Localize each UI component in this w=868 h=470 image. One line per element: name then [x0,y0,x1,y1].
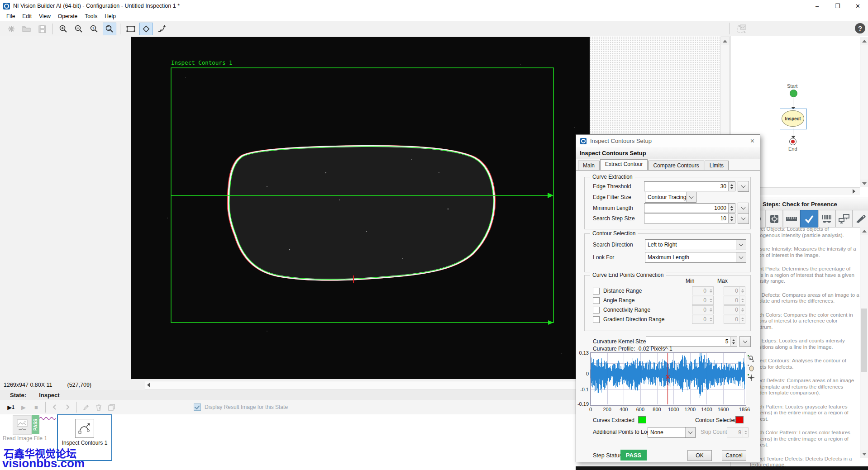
contour-selected-swatch[interactable] [735,416,744,423]
check-presence-icon[interactable] [800,210,818,228]
scroll-up-icon[interactable] [721,37,729,45]
compare-images-icon[interactable] [735,23,749,35]
communicate-icon[interactable] [835,210,853,228]
connectivity-range-checkbox[interactable] [593,307,600,313]
tab-extract-contour[interactable]: Extract Contour [600,159,648,170]
dropdown-button[interactable] [738,203,749,214]
target-icon[interactable] [766,210,783,228]
save-icon[interactable] [35,23,49,35]
dialog-title-bar[interactable]: Inspect Contours Setup × [576,135,760,147]
list-item[interactable]: Count Pixels: Determines the percentage … [750,266,859,285]
new-icon[interactable] [5,23,18,35]
steps-description-list[interactable]: Detect Objects: Locates objects of homog… [750,226,859,468]
minimum-length-field[interactable]: 1000 [644,203,749,214]
stop-button[interactable]: ■ [30,402,42,413]
scroll-down-icon[interactable] [860,180,868,187]
restore-button[interactable]: ❐ [827,0,848,12]
gradient-direction-checkbox[interactable] [593,316,600,323]
list-item[interactable]: Map Defects: Compares areas of an image … [750,292,859,304]
distance-max-field[interactable]: 0 [724,286,745,295]
chart-zoom-icon[interactable]: + [747,355,755,364]
next-step-icon[interactable] [62,402,73,413]
angle-max-field[interactable]: 0 [724,296,745,305]
image-display[interactable]: Inspect Contours 1 [131,37,590,379]
copy-step-icon[interactable] [105,402,117,413]
menu-tools[interactable]: Tools [81,12,101,20]
read-image-step[interactable]: PASS [13,415,39,434]
distance-min-field[interactable]: 0 [692,286,714,295]
cancel-button[interactable]: Cancel [722,450,746,461]
open-icon[interactable] [20,23,33,35]
spinner[interactable] [728,204,735,213]
menu-help[interactable]: Help [101,12,119,20]
edit-step-icon[interactable] [80,402,92,413]
start-node[interactable] [790,90,797,97]
angle-min-field[interactable]: 0 [692,296,714,305]
dropdown-button[interactable] [739,336,751,347]
diagram-vertical-scrollbar[interactable] [860,37,868,187]
delete-step-icon[interactable] [93,402,105,413]
chevron-down-icon[interactable] [685,427,695,437]
look-for-combo[interactable]: Maximum Length [645,252,746,263]
gradient-max-field[interactable]: 0 [724,315,745,324]
tab-limits[interactable]: Limits [705,161,729,170]
zoom-in-icon[interactable] [57,23,70,35]
list-item[interactable]: Match Colors: Compares the color content… [750,312,859,331]
dropdown-button[interactable] [738,213,749,224]
menu-edit[interactable]: Edit [19,12,35,20]
curves-extracted-swatch[interactable] [638,416,646,423]
chevron-down-icon[interactable] [736,240,746,250]
spinner[interactable] [730,337,737,346]
tab-main[interactable]: Main [578,161,600,170]
list-item[interactable]: Measure Intensity: Measures the intensit… [750,246,859,258]
tab-compare-contours[interactable]: Compare Contours [648,161,704,170]
list-item[interactable]: Match Color Pattern: Locates color featu… [750,430,859,448]
chart-cursor-icon[interactable] [747,374,755,383]
help-icon[interactable]: ? [855,23,865,33]
distance-range-checkbox[interactable] [593,288,600,294]
skip-count-field[interactable]: 9 [727,427,749,437]
menu-operate[interactable]: Operate [54,12,81,20]
connectivity-max-field[interactable]: 0 [724,305,745,314]
dropdown-button[interactable] [738,181,749,192]
zoom-1to1-icon[interactable]: 1 [87,23,101,35]
angle-range-checkbox[interactable] [593,297,600,304]
gradient-min-field[interactable]: 0 [692,315,714,324]
scroll-thumb[interactable] [861,309,867,372]
inspect-state-node[interactable]: Inspect [782,110,804,127]
list-item[interactable]: Find Edges: Locates and counts intensity… [750,338,859,350]
minimize-button[interactable]: – [807,0,827,12]
additional-points-combo[interactable]: None [648,427,696,438]
chart-pan-icon[interactable] [747,364,755,373]
spinner[interactable] [728,182,735,191]
run-button[interactable]: ▶ [18,402,29,413]
zoom-to-fit-icon[interactable] [103,23,116,35]
roi-rectangle-icon[interactable] [124,23,138,35]
dialog-close-icon[interactable]: × [750,137,754,145]
edge-filter-combo[interactable]: Contour Tracing [645,192,696,203]
connectivity-min-field[interactable]: 0 [692,305,714,314]
identify-parts-icon[interactable] [818,210,835,228]
list-item[interactable]: Inspect Contours: Analyses the contour o… [750,358,859,370]
chevron-down-icon[interactable] [736,252,746,262]
list-item[interactable]: Detect Objects: Locates objects of homog… [750,226,859,238]
inspect-state-selection[interactable]: Inspect [780,109,807,129]
chevron-down-icon[interactable] [686,192,696,202]
edge-threshold-field[interactable]: 30 [644,181,749,192]
list-item[interactable]: Detect Defects: Compares areas of an ima… [750,378,859,396]
list-item[interactable]: Match Pattern: Locates grayscale feature… [750,404,859,423]
menu-view[interactable]: View [35,12,54,20]
search-direction-combo[interactable]: Left to Right [645,239,746,250]
list-vertical-scrollbar[interactable] [860,227,868,458]
curvature-profile-chart[interactable] [590,352,746,406]
ruler-icon[interactable] [783,210,800,228]
run-once-button[interactable]: ▶1 [5,402,17,413]
scroll-right-icon[interactable] [853,189,855,194]
zoom-out-icon[interactable] [72,23,86,35]
menu-file[interactable]: File [3,12,19,20]
previous-step-icon[interactable] [49,402,61,413]
roi-annulus-icon[interactable] [155,23,168,35]
scroll-down-icon[interactable] [860,450,868,458]
use-tools-icon[interactable] [853,210,868,228]
scroll-left-icon[interactable] [147,383,150,387]
